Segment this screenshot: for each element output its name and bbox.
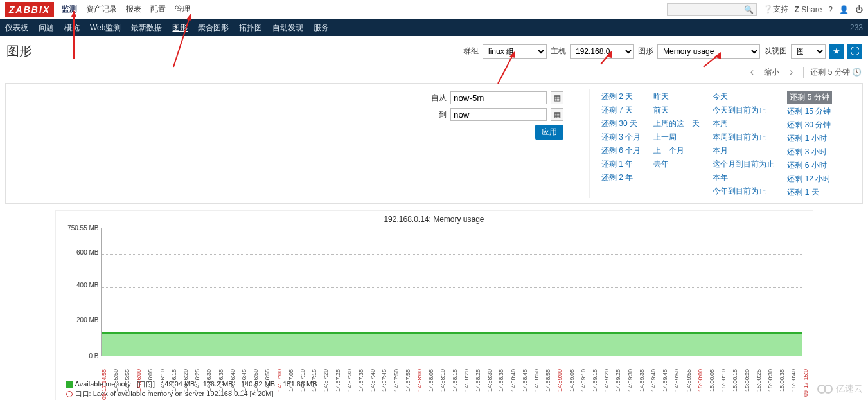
graph-select[interactable]: Memory usage xyxy=(657,44,760,59)
page-title: 图形 xyxy=(6,42,32,60)
chart-title: 192.168.0.14: Memory usage xyxy=(56,211,813,228)
preset-link[interactable]: 今天到目前为止 xyxy=(713,105,774,116)
preset-link[interactable]: 还剩 5 分钟 xyxy=(787,91,831,104)
x-tick: 15:00:40 xyxy=(790,369,797,392)
x-tick: 14:56:20 xyxy=(182,369,189,392)
preset-link[interactable]: 还剩 6 小时 xyxy=(787,160,831,171)
topmenu-4[interactable]: 管理 xyxy=(175,4,190,15)
subnav-3[interactable]: Web监测 xyxy=(90,23,121,33)
topmenu-0[interactable]: 监测 xyxy=(62,4,77,15)
apply-button[interactable]: 应用 xyxy=(535,125,563,140)
to-input[interactable] xyxy=(450,108,547,121)
range-display[interactable]: 还剩 5 分钟 🕓 xyxy=(803,67,862,78)
zoom-out[interactable]: 缩小 xyxy=(764,67,779,78)
preset-link[interactable]: 还剩 30 分钟 xyxy=(787,120,831,131)
x-tick: 14:59:10 xyxy=(580,369,587,392)
chart: 192.168.0.14: Memory usage 750.55 MB 600… xyxy=(55,210,813,400)
preset-link[interactable]: 本周 xyxy=(713,118,774,129)
subnav-7[interactable]: 拓扑图 xyxy=(239,23,262,33)
next-button[interactable]: › xyxy=(790,66,793,78)
calendar-icon[interactable]: ▦ xyxy=(551,91,563,104)
x-tick: 14:57:10 xyxy=(299,369,306,392)
x-tick: 14:55:55 xyxy=(124,369,130,392)
x-tick: 14:58:40 xyxy=(510,369,517,392)
graph-label: 图形 xyxy=(638,46,653,57)
topmenu-3[interactable]: 配置 xyxy=(150,4,166,15)
watermark: 亿速云 xyxy=(817,383,863,395)
x-tick: 14:59:35 xyxy=(639,369,645,392)
preset-link[interactable]: 还剩 7 天 xyxy=(601,105,641,116)
preset-link[interactable]: 还剩 30 天 xyxy=(601,118,641,129)
calendar-icon[interactable]: ▦ xyxy=(551,108,563,121)
preset-link[interactable]: 昨天 xyxy=(653,91,700,102)
from-input[interactable] xyxy=(450,91,547,104)
preset-link[interactable]: 上一个月 xyxy=(653,145,700,156)
preset-link[interactable]: 还剩 2 天 xyxy=(601,91,641,102)
help-icon[interactable]: ? xyxy=(828,5,833,14)
preset-link[interactable]: 还剩 3 小时 xyxy=(787,147,831,158)
host-select[interactable]: 192.168.0.14 xyxy=(570,44,634,59)
x-tick: 15:00:10 xyxy=(720,369,727,392)
view-select[interactable]: 图形 xyxy=(791,44,826,59)
x-tick: 14:57:20 xyxy=(323,369,329,392)
preset-link[interactable]: 还剩 6 个月 xyxy=(601,145,641,156)
preset-link[interactable]: 还剩 12 小时 xyxy=(787,174,831,185)
group-label: 群组 xyxy=(463,46,479,57)
host-label: 主机 xyxy=(551,46,566,57)
support-link[interactable]: ❔支持 xyxy=(763,4,788,15)
fullscreen-button[interactable]: ⛶ xyxy=(847,44,862,59)
preset-link[interactable]: 还剩 1 天 xyxy=(787,187,831,198)
x-tick: 14:58:00 xyxy=(416,369,423,392)
filters: 群组 linux 组 主机 192.168.0.14 图形 Memory usa… xyxy=(463,44,862,59)
preset-link[interactable]: 本月 xyxy=(713,145,774,156)
preset-link[interactable]: 前天 xyxy=(653,105,700,116)
subnav-8[interactable]: 自动发现 xyxy=(272,23,303,33)
x-tick: 15:00:30 xyxy=(767,369,774,392)
preset-link[interactable]: 还剩 3 个月 xyxy=(601,132,641,143)
subnav-6[interactable]: 聚合图形 xyxy=(198,23,229,33)
prev-button[interactable]: ‹ xyxy=(750,66,754,78)
subnav-4[interactable]: 最新数据 xyxy=(131,23,162,33)
preset-link[interactable]: 上一周 xyxy=(653,132,700,143)
x-tick: 14:57:30 xyxy=(346,369,353,392)
share-link[interactable]: Z Share xyxy=(795,5,822,14)
power-icon[interactable]: ⏻ xyxy=(855,5,863,14)
preset-link[interactable]: 今年到目前为止 xyxy=(713,186,774,197)
x-tick: 14:59:55 xyxy=(686,369,692,392)
preset-link[interactable]: 还剩 2 年 xyxy=(601,172,641,183)
topmenu-2[interactable]: 报表 xyxy=(126,4,141,15)
x-tick: 14:58:15 xyxy=(452,369,458,392)
subnav-0[interactable]: 仪表板 xyxy=(5,23,28,33)
preset-link[interactable]: 还剩 1 小时 xyxy=(787,133,831,144)
logo[interactable]: ZABBIX xyxy=(5,2,54,17)
preset-link[interactable]: 还剩 15 分钟 xyxy=(787,106,831,117)
preset-link[interactable]: 本年 xyxy=(713,172,774,183)
subnav-2[interactable]: 概览 xyxy=(64,23,80,33)
preset-link[interactable]: 上周的这一天 xyxy=(653,118,700,129)
x-tick: 14:58:10 xyxy=(439,369,446,392)
preset-link[interactable]: 还剩 1 年 xyxy=(601,159,641,170)
preset-link[interactable]: 去年 xyxy=(653,159,700,170)
subnav-5[interactable]: 图形 xyxy=(172,23,188,33)
subnav-9[interactable]: 服务 xyxy=(314,23,329,33)
x-tick: 14:56:55 xyxy=(264,369,270,392)
x-tick: 14:57:05 xyxy=(288,369,294,392)
group-select[interactable]: linux 组 xyxy=(483,44,547,59)
x-tick: 15:00:25 xyxy=(756,369,762,392)
topmenu-1[interactable]: 资产记录 xyxy=(86,4,117,15)
search-input[interactable]: 🔍 xyxy=(667,3,757,16)
y-label: 400 MB xyxy=(60,282,99,289)
preset-link[interactable]: 本周到目前为止 xyxy=(713,132,774,143)
preset-link[interactable]: 这个月到目前为止 xyxy=(713,159,774,170)
x-tick: 14:58:05 xyxy=(428,369,434,392)
chart-plot: 750.55 MB 600 MB 400 MB 200 MB 0 B xyxy=(101,228,802,356)
page-header: 图形 群组 linux 组 主机 192.168.0.14 图形 Memory … xyxy=(0,36,868,64)
preset-link[interactable]: 今天 xyxy=(713,91,774,102)
favorite-button[interactable]: ★ xyxy=(829,44,844,59)
x-tick: 14:56:25 xyxy=(194,369,200,392)
time-form: 自从 ▦ 到 ▦ 应用 xyxy=(11,89,589,198)
from-label: 自从 xyxy=(431,93,447,104)
subnav-1[interactable]: 问题 xyxy=(39,23,54,33)
x-tick: 14:58:50 xyxy=(533,369,540,392)
user-icon[interactable]: 👤 xyxy=(839,5,849,14)
